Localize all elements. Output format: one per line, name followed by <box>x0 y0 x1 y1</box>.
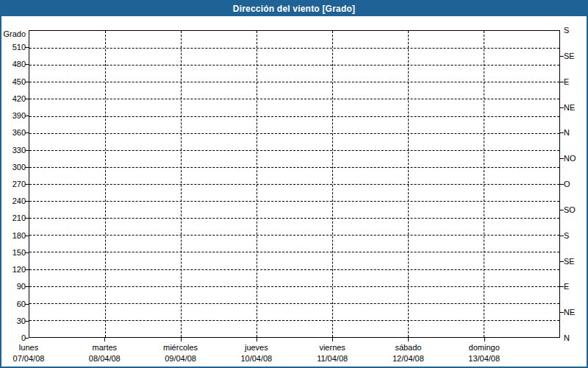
y-tick-mark <box>25 167 29 168</box>
y-tick-mark <box>25 321 29 322</box>
x-day-label: miércoles <box>144 343 218 353</box>
x-date-label: 11/04/08 <box>295 354 369 364</box>
x-grid-line <box>257 31 257 337</box>
y2-tick-label: NE <box>564 103 587 112</box>
x-day-label: lunes <box>0 343 65 353</box>
y-tick-label: 420 <box>0 94 26 103</box>
x-day-label: jueves <box>220 343 293 353</box>
y2-tick-label: E <box>564 77 587 86</box>
y-tick-label: 300 <box>0 163 26 171</box>
y2-tick-label: SO <box>564 205 587 214</box>
y-tick-label: 360 <box>0 128 26 137</box>
y-tick-mark <box>25 269 29 270</box>
y-tick-mark <box>25 201 29 202</box>
y2-tick-mark <box>560 107 564 108</box>
y2-tick-mark <box>560 158 564 159</box>
y2-tick-label: NO <box>564 154 587 163</box>
y-tick-mark <box>25 150 29 151</box>
x-grid-line <box>332 31 333 337</box>
x-date-label: 13/04/08 <box>448 354 521 364</box>
y-grid-line <box>29 167 559 168</box>
y2-tick-mark <box>560 261 564 262</box>
y-grid-line <box>29 82 559 82</box>
y-grid-line <box>29 252 559 252</box>
y2-tick-label: S <box>564 231 587 240</box>
y-tick-label: 510 <box>0 43 26 52</box>
y-grid-line <box>29 286 559 287</box>
y-tick-label: 60 <box>0 300 26 308</box>
y-grid-line <box>29 116 559 117</box>
y2-tick-label: S <box>564 26 587 35</box>
y-tick-mark <box>25 338 29 339</box>
x-grid-line <box>408 31 409 337</box>
y-tick-mark <box>25 218 29 219</box>
y-grid-line <box>29 48 559 49</box>
x-day-label: domingo <box>448 343 521 353</box>
y2-tick-label: SE <box>564 257 587 266</box>
y-grid-line <box>29 218 559 219</box>
x-tick-mark <box>181 338 182 342</box>
y2-tick-label: O <box>564 180 587 188</box>
y2-tick-mark <box>560 210 564 210</box>
y-grid-line <box>29 235 559 236</box>
y-tick-mark <box>25 252 29 253</box>
y-tick-mark <box>25 47 29 48</box>
y2-tick-mark <box>560 312 564 313</box>
x-date-label: 07/04/08 <box>0 354 65 364</box>
x-tick-mark <box>332 338 333 342</box>
x-grid-line <box>181 31 182 337</box>
y-tick-mark <box>25 132 29 133</box>
y-tick-label: 210 <box>0 213 26 222</box>
y2-tick-label: N <box>564 128 587 137</box>
x-tick-mark <box>484 338 485 342</box>
plot-area <box>29 30 560 338</box>
x-date-label: 10/04/08 <box>220 354 293 364</box>
y-grid-line <box>29 133 559 134</box>
y-grid-line <box>29 320 559 321</box>
y2-tick-mark <box>560 184 564 185</box>
y-tick-label: 390 <box>0 111 26 120</box>
y2-tick-label: E <box>564 282 587 291</box>
x-grid-line <box>105 31 106 337</box>
y-tick-label: 120 <box>0 265 26 274</box>
y-tick-label: 150 <box>0 248 26 257</box>
x-tick-mark <box>257 338 257 342</box>
y-tick-mark <box>25 82 29 82</box>
y2-tick-label: N <box>564 333 587 342</box>
y-tick-mark <box>25 286 29 287</box>
y-tick-label: 30 <box>0 316 26 325</box>
y-grid-line <box>29 150 559 151</box>
y-grid-line <box>29 303 559 304</box>
y-axis-title: Grado <box>0 29 26 38</box>
y-tick-mark <box>25 64 29 65</box>
x-date-label: 08/04/08 <box>68 354 141 364</box>
y-tick-mark <box>25 304 29 305</box>
x-date-label: 09/04/08 <box>144 354 218 364</box>
y-tick-mark <box>25 99 29 99</box>
x-day-label: martes <box>68 343 141 353</box>
y-tick-label: 480 <box>0 60 26 68</box>
y-grid-line <box>29 184 559 185</box>
y-grid-line <box>29 201 559 202</box>
y2-tick-label: NE <box>564 308 587 316</box>
x-date-label: 12/04/08 <box>371 354 445 364</box>
y-tick-mark <box>25 236 29 236</box>
y2-tick-mark <box>560 286 564 287</box>
y-tick-label: 180 <box>0 231 26 240</box>
x-tick-mark <box>408 338 409 342</box>
chart-window: Dirección del viento [Grado] Grado510480… <box>0 0 588 368</box>
chart-canvas: Grado51048045042039036033030027024021018… <box>0 0 588 368</box>
y-grid-line <box>29 65 559 66</box>
x-day-label: viernes <box>295 343 369 353</box>
y-tick-label: 240 <box>0 197 26 205</box>
y-tick-label: 450 <box>0 77 26 86</box>
y-tick-mark <box>25 184 29 185</box>
y2-tick-mark <box>560 236 564 236</box>
y2-tick-mark <box>560 132 564 133</box>
y-tick-label: 0 <box>0 333 26 342</box>
x-tick-mark <box>104 338 105 342</box>
y2-tick-label: SE <box>564 52 587 60</box>
y2-tick-mark <box>560 56 564 57</box>
y-grid-line <box>29 269 559 270</box>
y2-tick-mark <box>560 82 564 82</box>
